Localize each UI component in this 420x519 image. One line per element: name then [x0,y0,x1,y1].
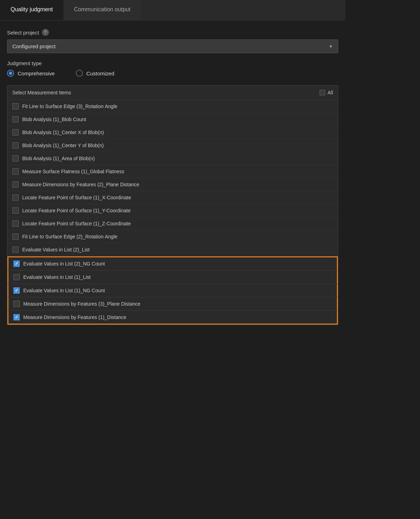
item-checkbox[interactable] [12,194,19,201]
item-text: Measure Dimensions by Features (1)_Dista… [23,314,126,320]
list-item[interactable]: Measure Dimensions by Features (1)_Dista… [7,311,338,325]
item-checkbox[interactable] [12,207,19,214]
list-item[interactable]: Blob Analysis (1)_Center Y of Blob(n) [7,139,338,152]
radio-customized[interactable]: Customized [76,70,114,77]
items-list: Fit Line to Surface Edge (3)_Rotation An… [7,100,338,325]
item-text: Locate Feature Point of Surface (1)_Y-Co… [22,208,131,213]
item-text: Measure Surface Flatness (1)_Global Flat… [22,169,124,174]
item-text: Blob Analysis (1)_Blob Count [22,117,86,122]
all-label: All [327,90,333,95]
item-checkbox[interactable] [13,314,20,320]
item-text: Fit Line to Surface Edge (2)_Rotation An… [22,234,117,239]
item-text: Fit Line to Surface Edge (3)_Rotation An… [22,104,117,109]
list-item[interactable]: Fit Line to Surface Edge (2)_Rotation An… [7,230,338,243]
item-checkbox[interactable] [12,103,19,110]
project-dropdown-container: Configured project ▼ [7,39,338,53]
list-item[interactable]: Blob Analysis (1)_Blob Count [7,113,338,126]
list-item[interactable]: Blob Analysis (1)_Center X of Blob(n) [7,126,338,139]
list-item[interactable]: Measure Dimensions by Features (2)_Plane… [7,178,338,191]
dropdown-arrow-icon: ▼ [329,44,333,49]
radio-circle-comprehensive [7,70,14,77]
item-text: Evaluate Values in List (2)_List [22,247,89,252]
item-checkbox[interactable] [13,274,20,280]
item-checkbox[interactable] [12,233,19,240]
tab-communication-output[interactable]: Communication output [63,0,141,20]
list-item[interactable]: Blob Analysis (1)_Area of Blob(n) [7,152,338,165]
measurement-header: Select Measurement Items All [7,86,338,100]
item-checkbox[interactable] [12,246,19,253]
item-checkbox[interactable] [12,220,19,227]
item-checkbox[interactable] [12,116,19,123]
item-checkbox[interactable] [13,301,20,307]
list-item[interactable]: Locate Feature Point of Surface (1)_Y-Co… [7,204,338,217]
item-text: Evaluate Values in List (1)_List [23,274,91,280]
item-checkbox[interactable] [13,261,20,267]
item-text: Measure Dimensions by Features (2)_Plane… [22,182,139,187]
radio-group: Comprehensive Customized [7,70,338,77]
all-checkbox-container: All [320,90,333,95]
radio-label-customized: Customized [86,70,114,76]
radio-label-comprehensive: Comprehensive [18,70,55,76]
radio-circle-customized [76,70,83,77]
item-text: Blob Analysis (1)_Area of Blob(n) [22,156,95,161]
item-checkbox[interactable] [12,142,19,149]
list-item[interactable]: Measure Dimensions by Features (3)_Plane… [7,297,338,311]
help-icon[interactable]: ? [42,29,49,36]
measurement-title: Select Measurement Items [12,90,71,95]
tab-quality-judgment[interactable]: Quality judgment [0,0,63,20]
tabs-bar: Quality judgment Communication output [0,0,345,20]
item-checkbox[interactable] [12,155,19,162]
judgment-type-label: Judgment type [7,60,338,66]
judgment-type-section: Judgment type Comprehensive Customized [7,60,338,77]
list-item[interactable]: Evaluate Values in List (2)_List [7,243,338,256]
list-item[interactable]: Fit Line to Surface Edge (3)_Rotation An… [7,100,338,113]
item-text: Blob Analysis (1)_Center X of Blob(n) [22,130,104,135]
select-project-label: Select project ? [7,29,338,36]
list-item[interactable]: Locate Feature Point of Surface (1)_X-Co… [7,191,338,204]
list-item[interactable]: Evaluate Values in List (1)_List [7,270,338,284]
dropdown-value: Configured project [12,43,56,49]
item-text: Measure Dimensions by Features (3)_Plane… [23,301,140,307]
item-checkbox[interactable] [12,168,19,175]
app-container: Quality judgment Communication output Se… [0,0,345,519]
item-text: Locate Feature Point of Surface (1)_Z-Co… [22,221,131,226]
radio-comprehensive[interactable]: Comprehensive [7,70,55,77]
measurement-panel: Select Measurement Items All Fit Line to… [7,85,338,325]
item-text: Evaluate Values in List (2)_NG Count [23,261,105,267]
item-checkbox[interactable] [12,181,19,188]
item-text: Blob Analysis (1)_Center Y of Blob(n) [22,143,104,148]
list-item[interactable]: Evaluate Values in List (2)_NG Count [7,256,338,270]
item-text: Evaluate Values in List (1)_NG Count [23,288,105,293]
list-item[interactable]: Evaluate Values in List (1)_NG Count [7,284,338,297]
list-item[interactable]: Measure Surface Flatness (1)_Global Flat… [7,165,338,178]
project-dropdown[interactable]: Configured project ▼ [7,39,338,53]
content-area: Select project ? Configured project ▼ Ju… [0,20,345,333]
item-text: Locate Feature Point of Surface (1)_X-Co… [22,195,131,200]
list-item[interactable]: Locate Feature Point of Surface (1)_Z-Co… [7,217,338,230]
item-checkbox[interactable] [12,129,19,136]
item-checkbox[interactable] [13,287,20,294]
all-checkbox[interactable] [320,90,325,95]
